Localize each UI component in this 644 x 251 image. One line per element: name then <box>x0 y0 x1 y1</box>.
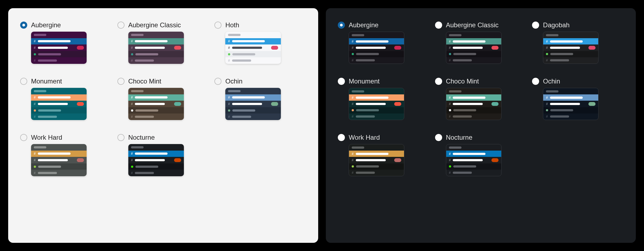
radio-button[interactable] <box>338 134 345 141</box>
theme-panel-light: Aubergine###Aubergine Classic###Hoth###M… <box>8 8 318 243</box>
theme-preview[interactable]: ### <box>349 88 404 120</box>
theme-option-aubergine-classic-d[interactable]: Aubergine Classic### <box>435 21 527 64</box>
theme-radio-header[interactable]: Nocturne <box>117 134 209 141</box>
theme-radio-header[interactable]: Work Hard <box>338 134 430 141</box>
theme-label: Nocturne <box>128 134 155 141</box>
theme-label: Aubergine Classic <box>128 21 181 29</box>
theme-label: Monument <box>349 77 379 85</box>
theme-radio-header[interactable]: Monument <box>20 77 112 85</box>
theme-option-monument-d[interactable]: Monument### <box>338 77 430 120</box>
theme-option-aubergine-d[interactable]: Aubergine### <box>338 21 430 64</box>
theme-preview[interactable]: ### <box>349 32 404 64</box>
theme-preview[interactable]: ### <box>446 32 502 64</box>
theme-preview[interactable]: ### <box>446 88 502 120</box>
radio-button[interactable] <box>532 78 539 85</box>
theme-preview[interactable]: ### <box>128 144 184 176</box>
radio-button[interactable] <box>117 22 124 29</box>
theme-option-nocturne[interactable]: Nocturne### <box>117 134 209 176</box>
theme-preview[interactable]: ### <box>31 88 87 120</box>
theme-radio-header[interactable]: Nocturne <box>435 134 527 141</box>
theme-option-aubergine-classic[interactable]: Aubergine Classic### <box>117 21 209 64</box>
radio-button[interactable] <box>20 78 27 85</box>
theme-option-ochin-d[interactable]: Ochin### <box>532 77 624 120</box>
theme-radio-header[interactable]: Aubergine Classic <box>435 21 527 29</box>
radio-button[interactable] <box>117 134 124 141</box>
radio-button[interactable] <box>435 22 442 29</box>
theme-label: Aubergine <box>31 21 61 29</box>
radio-button[interactable] <box>435 134 442 141</box>
theme-preview[interactable]: ### <box>543 88 599 120</box>
theme-preview[interactable]: ### <box>128 32 184 64</box>
theme-radio-header[interactable]: Aubergine <box>20 21 112 29</box>
theme-radio-header[interactable]: Choco Mint <box>435 77 527 85</box>
theme-radio-header[interactable]: Hoth <box>214 21 306 29</box>
theme-panel-dark: Aubergine###Aubergine Classic###Dagobah#… <box>326 8 636 243</box>
theme-radio-header[interactable]: Choco Mint <box>117 77 209 85</box>
theme-option-nocturne-d[interactable]: Nocturne### <box>435 134 527 176</box>
theme-radio-header[interactable]: Work Hard <box>20 134 112 141</box>
theme-label: Aubergine <box>349 21 378 29</box>
theme-radio-header[interactable]: Aubergine Classic <box>117 21 209 29</box>
theme-option-hoth[interactable]: Hoth### <box>214 21 306 64</box>
theme-grid-light: Aubergine###Aubergine Classic###Hoth###M… <box>20 21 306 176</box>
theme-preview[interactable]: ### <box>225 88 281 120</box>
radio-button[interactable] <box>214 22 221 29</box>
theme-option-work-hard-d[interactable]: Work Hard### <box>338 134 430 176</box>
theme-label: Dagobah <box>543 21 569 29</box>
theme-label: Choco Mint <box>128 77 161 85</box>
theme-preview[interactable]: ### <box>31 32 87 64</box>
radio-button[interactable] <box>338 22 345 29</box>
theme-radio-header[interactable]: Ochin <box>532 77 624 85</box>
theme-preview[interactable]: ### <box>31 144 87 176</box>
radio-button[interactable] <box>532 22 539 29</box>
theme-radio-header[interactable]: Ochin <box>214 77 306 85</box>
theme-preview[interactable]: ### <box>225 32 281 64</box>
theme-radio-header[interactable]: Monument <box>338 77 430 85</box>
radio-button[interactable] <box>20 134 27 141</box>
theme-option-choco-mint[interactable]: Choco Mint### <box>117 77 209 120</box>
theme-radio-header[interactable]: Aubergine <box>338 21 430 29</box>
radio-button[interactable] <box>117 78 124 85</box>
theme-option-work-hard[interactable]: Work Hard### <box>20 134 112 176</box>
theme-preview[interactable]: ### <box>543 32 599 64</box>
theme-option-dagobah[interactable]: Dagobah### <box>532 21 624 64</box>
theme-label: Work Hard <box>349 134 380 141</box>
theme-preview[interactable]: ### <box>128 88 184 120</box>
radio-button[interactable] <box>214 78 221 85</box>
theme-option-choco-mint-d[interactable]: Choco Mint### <box>435 77 527 120</box>
theme-label: Ochin <box>543 77 560 85</box>
theme-label: Choco Mint <box>446 77 479 85</box>
radio-button[interactable] <box>435 78 442 85</box>
theme-label: Ochin <box>225 77 242 85</box>
theme-grid-dark: Aubergine###Aubergine Classic###Dagobah#… <box>338 21 624 176</box>
theme-label: Nocturne <box>446 134 472 141</box>
theme-label: Aubergine Classic <box>446 21 499 29</box>
theme-option-monument[interactable]: Monument### <box>20 77 112 120</box>
theme-preview[interactable]: ### <box>446 144 502 176</box>
theme-preview[interactable]: ### <box>349 144 404 176</box>
theme-label: Hoth <box>225 21 239 29</box>
radio-button[interactable] <box>20 22 27 29</box>
theme-radio-header[interactable]: Dagobah <box>532 21 624 29</box>
theme-label: Work Hard <box>31 134 62 141</box>
theme-option-ochin[interactable]: Ochin### <box>214 77 306 120</box>
theme-label: Monument <box>31 77 62 85</box>
radio-button[interactable] <box>338 78 345 85</box>
theme-option-aubergine[interactable]: Aubergine### <box>20 21 112 64</box>
